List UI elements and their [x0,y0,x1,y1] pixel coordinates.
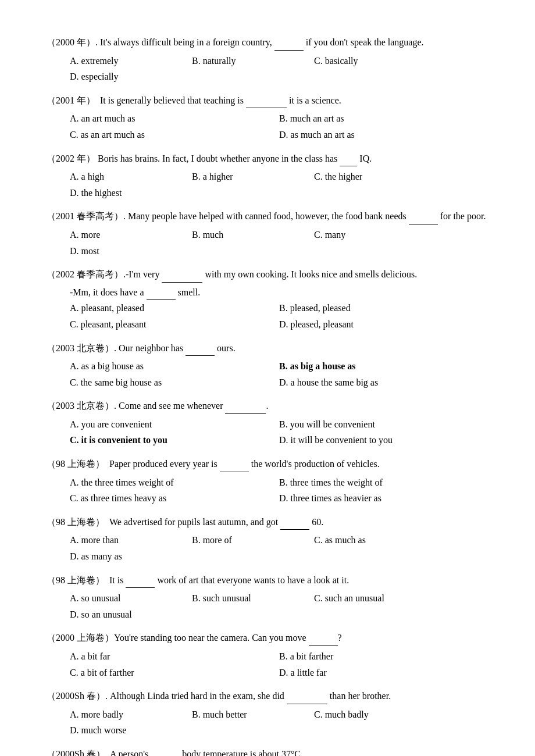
q1-text: （2000 年）. It's always difficult being in… [47,35,488,51]
q8-options: A. the three times weight of B. three ti… [70,475,488,507]
question-9: （98 上海卷） We advertised for pupils last a… [47,515,488,565]
question-11: （2000 上海卷）You're standing too near the c… [47,630,488,680]
option-item[interactable]: C. as an art much as [70,127,279,143]
option-item[interactable]: A. pleasant, pleased [70,300,279,316]
q5-text-2: -Mm, it does have a smell. [70,285,488,301]
question-12: （2000Sh 春）. Although Linda tried hard in… [47,689,488,739]
q12-text: （2000Sh 春）. Although Linda tried hard in… [47,689,488,704]
option-item[interactable]: C. many [314,227,419,243]
option-item[interactable]: B. a higher [192,169,297,185]
q5-options: A. pleasant, pleased B. pleased, pleased… [70,300,488,332]
option-item[interactable]: D. pleased, pleasant [279,316,488,333]
option-item[interactable]: A. so unusual [70,590,174,607]
q2-text: （2001 年） It is generally believed that t… [47,93,488,109]
option-item[interactable]: B. three times the weight of [279,475,488,491]
option-item[interactable]: B. as big a house as [279,358,488,375]
option-item[interactable]: D. most [70,243,174,259]
option-item[interactable]: D. so an unusual [70,607,174,623]
q2-options: A. an art much as B. much an art as C. a… [70,110,488,142]
question-7: （2003 北京卷）. Come and see me whenever . A… [47,398,488,448]
q5-text-1: （2002 春季高考）.-I'm very with my own cookin… [47,267,488,283]
option-item[interactable]: C. the same big house as [70,375,279,391]
q4-options: A. more B. much C. many D. most [70,227,488,259]
option-item[interactable]: D. three times as heavier as [279,490,488,507]
option-item[interactable]: B. a bit farther [279,648,488,665]
option-item[interactable]: B. such unusual [192,590,297,607]
question-5: （2002 春季高考）.-I'm very with my own cookin… [47,267,488,332]
q11-options: A. a bit far B. a bit farther C. a bit o… [70,648,488,680]
option-item[interactable]: B. much better [192,707,297,723]
option-item[interactable]: D. a house the same big as [279,375,488,391]
option-item[interactable]: C. the higher [314,169,419,185]
option-item[interactable]: A. more badly [70,707,174,723]
option-item[interactable]: B. naturally [192,53,297,69]
option-item[interactable]: B. much [192,227,297,243]
option-item[interactable]: D. it will be convenient to you [279,432,488,448]
option-item[interactable]: B. more of [192,532,297,548]
option-item[interactable]: B. much an art as [279,110,488,127]
option-item[interactable]: D. as many as [70,548,174,565]
option-item[interactable]: C. a bit of farther [70,665,279,681]
q6-options: A. as a big house as B. as big a house a… [70,358,488,390]
option-item[interactable]: C. basically [314,53,419,69]
option-item[interactable]: C. as much as [314,532,419,548]
option-item[interactable]: A. more than [70,532,174,548]
option-item[interactable]: C. much badly [314,707,419,723]
q9-options: A. more than B. more of C. as much as D.… [70,532,488,564]
option-item[interactable]: A. the three times weight of [70,475,279,491]
option-item[interactable]: C. such an unusual [314,590,419,607]
q6-text: （2003 北京卷）. Our neighbor has ours. [47,341,488,356]
option-item[interactable]: C. it is convenient to you [70,432,279,448]
q4-text: （2001 春季高考）. Many people have helped wit… [47,209,488,224]
option-item[interactable]: D. much worse [70,722,174,739]
option-item[interactable]: A. an art much as [70,110,279,127]
option-item[interactable]: B. pleased, pleased [279,300,488,316]
option-item[interactable]: D. the highest [70,185,174,201]
question-4: （2001 春季高考）. Many people have helped wit… [47,209,488,259]
exam-content: （2000 年）. It's always difficult being in… [47,35,488,756]
question-1: （2000 年）. It's always difficult being in… [47,35,488,85]
q7-options: A. you are convenient B. you will be con… [70,416,488,448]
option-item[interactable]: C. as three times heavy as [70,490,279,507]
q10-options: A. so unusual B. such unusual C. such an… [70,590,488,622]
q13-text: （2000Sh 春）. A person's body temperature … [47,747,488,756]
q1-options: A. extremely B. naturally C. basically D… [70,53,488,85]
option-item[interactable]: A. a bit far [70,648,279,665]
q3-text: （2002 年） Boris has brains. In fact, I do… [47,151,488,167]
option-item[interactable]: C. pleasant, pleasant [70,316,279,333]
question-13: （2000Sh 春）. A person's body temperature … [47,747,488,756]
q10-text: （98 上海卷） It is work of art that everyone… [47,573,488,589]
question-2: （2001 年） It is generally believed that t… [47,93,488,143]
question-10: （98 上海卷） It is work of art that everyone… [47,573,488,623]
option-item[interactable]: A. more [70,227,174,243]
question-3: （2002 年） Boris has brains. In fact, I do… [47,151,488,201]
option-item[interactable]: A. as a big house as [70,358,279,375]
option-item[interactable]: A. extremely [70,53,174,69]
q7-text: （2003 北京卷）. Come and see me whenever . [47,398,488,414]
option-item[interactable]: B. you will be convenient [279,416,488,433]
question-8: （98 上海卷） Paper produced every year is th… [47,457,488,507]
q12-options: A. more badly B. much better C. much bad… [70,707,488,739]
question-6: （2003 北京卷）. Our neighbor has ours. A. as… [47,341,488,391]
option-item[interactable]: D. especially [70,69,174,85]
option-item[interactable]: A. a high [70,169,174,185]
q3-options: A. a high B. a higher C. the higher D. t… [70,169,488,201]
option-item[interactable]: D. a little far [279,665,488,681]
q11-text: （2000 上海卷）You're standing too near the c… [47,630,488,646]
q9-text: （98 上海卷） We advertised for pupils last a… [47,515,488,530]
q8-text: （98 上海卷） Paper produced every year is th… [47,457,488,472]
option-item[interactable]: D. as much an art as [279,127,488,143]
option-item[interactable]: A. you are convenient [70,416,279,433]
